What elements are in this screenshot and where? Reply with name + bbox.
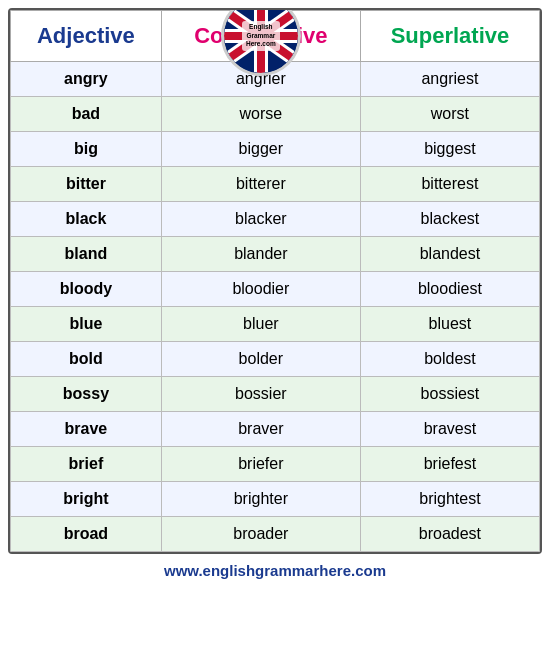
cell-comparative: bossier [161,377,360,412]
cell-superlative: worst [360,97,539,132]
cell-adjective: black [11,202,162,237]
cell-comparative: blander [161,237,360,272]
cell-adjective: bland [11,237,162,272]
cell-superlative: bluest [360,307,539,342]
cell-superlative: angriest [360,62,539,97]
table-row: blandblanderblandest [11,237,540,272]
table-body: angryangrierangriestbadworseworstbigbigg… [11,62,540,552]
table-row: bossybossierbossiest [11,377,540,412]
cell-adjective: big [11,132,162,167]
cell-comparative: briefer [161,447,360,482]
cell-superlative: blackest [360,202,539,237]
table-row: bitterbittererbitterest [11,167,540,202]
cell-adjective: bold [11,342,162,377]
table-row: boldbolderboldest [11,342,540,377]
footer-url: www.englishgrammarhere.com [164,562,386,579]
table-row: brightbrighterbrightest [11,482,540,517]
header-adjective: Adjective [11,11,162,62]
cell-comparative: bigger [161,132,360,167]
cell-adjective: brave [11,412,162,447]
cell-comparative: bloodier [161,272,360,307]
cell-superlative: boldest [360,342,539,377]
cell-superlative: biggest [360,132,539,167]
cell-superlative: bitterest [360,167,539,202]
cell-adjective: angry [11,62,162,97]
cell-superlative: blandest [360,237,539,272]
adjectives-table: Adjective Comparative EnglishGrammar [10,10,540,552]
cell-adjective: bright [11,482,162,517]
table-row: badworseworst [11,97,540,132]
cell-comparative: broader [161,517,360,552]
cell-superlative: bravest [360,412,539,447]
table-row: bluebluerbluest [11,307,540,342]
cell-adjective: blue [11,307,162,342]
cell-adjective: broad [11,517,162,552]
cell-comparative: bluer [161,307,360,342]
main-table-container: Adjective Comparative EnglishGrammar [8,8,542,554]
header-comparative: Comparative EnglishGrammarHere.com [161,11,360,62]
flag-background: EnglishGrammarHere.com [224,8,298,73]
table-row: bravebraverbravest [11,412,540,447]
table-row: bloodybloodierbloodiest [11,272,540,307]
cell-adjective: bossy [11,377,162,412]
watermark-label: EnglishGrammarHere.com [242,21,280,50]
cell-comparative: bitterer [161,167,360,202]
cell-adjective: bad [11,97,162,132]
table-row: blackblackerblackest [11,202,540,237]
table-row: briefbrieferbriefest [11,447,540,482]
header-superlative: Superlative [360,11,539,62]
table-header-row: Adjective Comparative EnglishGrammar [11,11,540,62]
cell-superlative: briefest [360,447,539,482]
cell-comparative: braver [161,412,360,447]
cell-superlative: bossiest [360,377,539,412]
cell-superlative: bloodiest [360,272,539,307]
cell-adjective: brief [11,447,162,482]
cell-comparative: worse [161,97,360,132]
cell-comparative: bolder [161,342,360,377]
cell-adjective: bloody [11,272,162,307]
cell-comparative: brighter [161,482,360,517]
cell-adjective: bitter [11,167,162,202]
cell-superlative: brightest [360,482,539,517]
cell-superlative: broadest [360,517,539,552]
table-row: bigbiggerbiggest [11,132,540,167]
cell-comparative: blacker [161,202,360,237]
table-row: broadbroaderbroadest [11,517,540,552]
